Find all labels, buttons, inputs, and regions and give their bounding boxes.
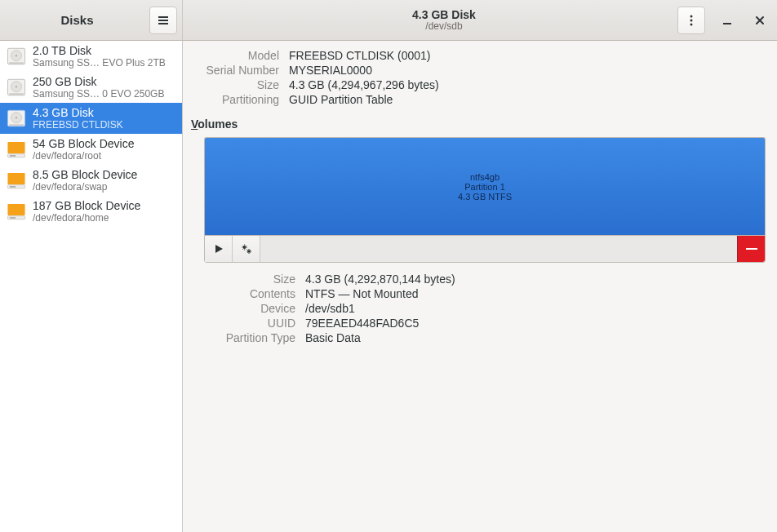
partitioning-label: Partitioning <box>191 93 279 106</box>
disk-item-texts: 187 GB Block Device /dev/fedora/home <box>33 199 175 224</box>
svg-point-10 <box>16 86 17 87</box>
svg-point-25 <box>242 246 246 249</box>
svg-point-6 <box>16 55 17 56</box>
svg-rect-7 <box>9 62 24 64</box>
svg-rect-19 <box>7 173 24 184</box>
close-icon <box>754 15 766 26</box>
svg-rect-24 <box>10 217 16 218</box>
gears-icon <box>240 242 253 255</box>
svg-point-1 <box>690 19 693 21</box>
hamburger-icon <box>157 14 170 27</box>
svg-rect-22 <box>7 204 24 215</box>
partition-block[interactable]: ntfs4gb Partition 1 4.3 GB NTFS <box>204 137 766 235</box>
header-controls <box>671 7 770 34</box>
volume-toolbar <box>204 235 766 263</box>
disk-item-title: 187 GB Block Device <box>33 199 175 212</box>
disk-size-label: Size <box>191 78 279 91</box>
disk-list-item[interactable]: 54 GB Block Device /dev/fedora/root <box>0 134 182 165</box>
delete-partition-button[interactable] <box>737 236 765 262</box>
disk-list-item[interactable]: 250 GB Disk Samsung SS… 0 EVO 250GB <box>0 72 182 103</box>
header-title-block: 4.3 GB Disk /dev/sdb <box>217 8 671 33</box>
vol-size-label: Size <box>204 273 295 286</box>
model-label: Model <box>191 49 279 62</box>
app-title: Disks <box>5 13 149 27</box>
volumes-heading: Volumes <box>191 117 766 131</box>
disk-item-texts: 4.3 GB Disk FREEBSD CTLDISK <box>33 106 175 131</box>
disk-list-item[interactable]: 8.5 GB Block Device /dev/fedora/swap <box>0 165 182 196</box>
svg-point-2 <box>690 23 693 25</box>
disk-item-subtitle: /dev/fedora/root <box>33 150 175 162</box>
disk-item-subtitle: FREEBSD CTLDISK <box>33 119 175 131</box>
block-device-icon <box>5 138 28 161</box>
minimize-button[interactable] <box>717 10 738 31</box>
svg-rect-11 <box>9 93 24 95</box>
vol-size-value: 4.3 GB (4,292,870,144 bytes) <box>305 273 766 286</box>
vol-uuid-value: 79EEAED448FAD6C5 <box>305 317 766 330</box>
harddisk-icon <box>5 76 28 99</box>
serial-value: MYSERIAL0000 <box>289 64 766 77</box>
disk-list-item[interactable]: 4.3 GB Disk FREEBSD CTLDISK <box>0 103 182 134</box>
app-window: Disks 4.3 GB Disk /dev/sdb <box>0 0 777 532</box>
volume-info-grid: Size 4.3 GB (4,292,870,144 bytes) Conten… <box>204 273 766 344</box>
disk-list-item[interactable]: 187 GB Block Device /dev/fedora/home <box>0 196 182 227</box>
disk-item-subtitle: /dev/fedora/swap <box>33 181 175 193</box>
header-subtitle: /dev/sdb <box>217 21 671 33</box>
play-icon <box>213 243 224 255</box>
svg-point-14 <box>16 117 17 118</box>
disk-item-title: 250 GB Disk <box>33 75 175 88</box>
vol-uuid-label: UUID <box>204 317 295 330</box>
volumes-area: ntfs4gb Partition 1 4.3 GB NTFS <box>191 137 766 344</box>
disk-list-item[interactable]: 2.0 TB Disk Samsung SS… EVO Plus 2TB <box>0 41 182 72</box>
vol-device-value: /dev/sdb1 <box>305 302 766 315</box>
harddisk-icon <box>5 45 28 68</box>
svg-point-0 <box>690 15 693 17</box>
vol-pt-label: Partition Type <box>204 331 295 344</box>
vol-pt-value: Basic Data <box>305 331 766 344</box>
vol-contents-label: Contents <box>204 287 295 300</box>
volume-settings-button[interactable] <box>233 236 260 262</box>
svg-rect-15 <box>9 124 24 126</box>
kebab-icon <box>685 14 698 27</box>
disk-item-texts: 250 GB Disk Samsung SS… 0 EVO 250GB <box>33 75 175 100</box>
close-button[interactable] <box>749 10 770 31</box>
hamburger-menu-button[interactable] <box>149 7 177 34</box>
disk-item-title: 8.5 GB Block Device <box>33 168 175 181</box>
header-title: 4.3 GB Disk <box>217 8 671 21</box>
minus-icon <box>746 248 757 250</box>
disk-item-texts: 8.5 GB Block Device /dev/fedora/swap <box>33 168 175 193</box>
minimize-icon <box>722 15 733 26</box>
partition-size-fs: 4.3 GB NTFS <box>458 192 512 202</box>
svg-rect-16 <box>7 142 24 153</box>
serial-label: Serial Number <box>191 64 279 77</box>
disk-item-title: 54 GB Block Device <box>33 137 175 150</box>
disk-item-texts: 54 GB Block Device /dev/fedora/root <box>33 137 175 162</box>
disk-item-subtitle: Samsung SS… 0 EVO 250GB <box>33 88 175 100</box>
svg-rect-3 <box>723 23 731 24</box>
disk-info-grid: Model FREEBSD CTLDISK (0001) Serial Numb… <box>191 49 766 106</box>
harddisk-icon <box>5 107 28 130</box>
disk-item-subtitle: /dev/fedora/home <box>33 212 175 224</box>
headerbar: Disks 4.3 GB Disk /dev/sdb <box>0 0 777 41</box>
vol-device-label: Device <box>204 302 295 315</box>
vol-contents-value: NTFS — Not Mounted <box>305 287 766 300</box>
svg-rect-18 <box>10 155 16 156</box>
block-device-icon <box>5 200 28 223</box>
drive-options-button[interactable] <box>677 7 705 34</box>
svg-rect-21 <box>10 186 16 187</box>
disk-item-title: 4.3 GB Disk <box>33 106 175 119</box>
partition-name: ntfs4gb <box>458 172 512 182</box>
disk-item-subtitle: Samsung SS… EVO Plus 2TB <box>33 57 175 69</box>
headerbar-left: Disks <box>0 0 183 40</box>
disk-item-title: 2.0 TB Disk <box>33 44 175 57</box>
headerbar-right: 4.3 GB Disk /dev/sdb <box>183 0 777 40</box>
block-device-icon <box>5 169 28 192</box>
toolbar-spacer <box>260 236 737 262</box>
model-value: FREEBSD CTLDISK (0001) <box>289 49 766 62</box>
disk-item-texts: 2.0 TB Disk Samsung SS… EVO Plus 2TB <box>33 44 175 69</box>
detail-pane: Model FREEBSD CTLDISK (0001) Serial Numb… <box>183 41 777 532</box>
partition-number: Partition 1 <box>458 182 512 192</box>
disk-list[interactable]: 2.0 TB Disk Samsung SS… EVO Plus 2TB 250… <box>0 41 183 532</box>
mount-button[interactable] <box>205 236 233 262</box>
partitioning-value: GUID Partition Table <box>289 93 766 106</box>
disk-size-value: 4.3 GB (4,294,967,296 bytes) <box>289 78 766 91</box>
